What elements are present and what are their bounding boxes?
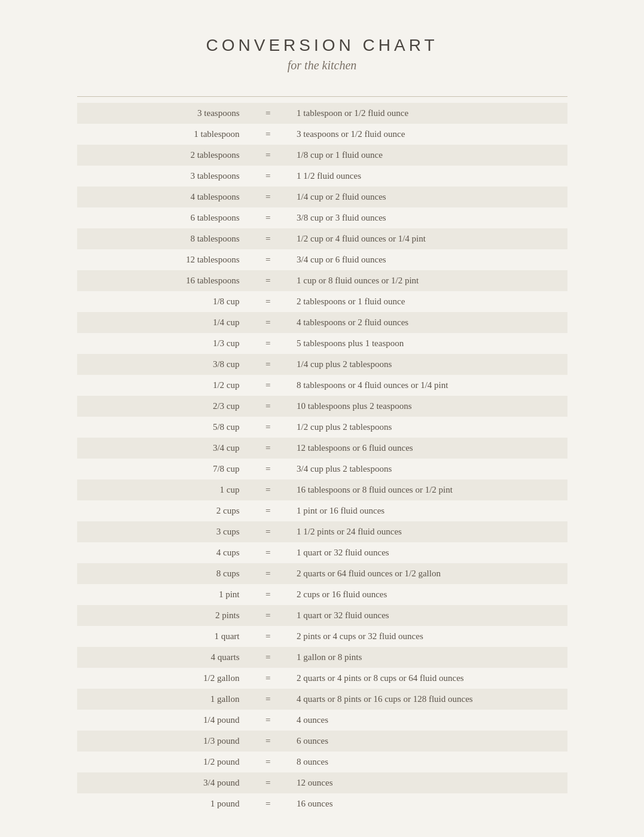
table-row: 3 teaspoons=1 tablespoon or 1/2 fluid ou…: [77, 103, 567, 124]
table-row: 12 tablespoons=3/4 cup or 6 fluid ounces: [77, 249, 567, 270]
cell-right: 4 quarts or 8 pints or 16 cups or 128 fl…: [288, 689, 567, 710]
cell-right: 6 ounces: [288, 731, 567, 752]
cell-left: 1/2 pound: [77, 752, 249, 772]
cell-equals: =: [249, 396, 288, 417]
cell-left: 3/4 pound: [77, 772, 249, 793]
table-row: 2/3 cup=10 tablespoons plus 2 teaspoons: [77, 396, 567, 417]
cell-left: 4 cups: [77, 542, 249, 563]
table-row: 3/8 cup=1/4 cup plus 2 tablespoons: [77, 354, 567, 375]
table-row: 3/4 pound=12 ounces: [77, 772, 567, 793]
cell-left: 4 quarts: [77, 647, 249, 668]
cell-right: 2 quarts or 64 fluid ounces or 1/2 gallo…: [288, 563, 567, 584]
cell-right: 1/4 cup or 2 fluid ounces: [288, 187, 567, 207]
table-row: 2 cups=1 pint or 16 fluid ounces: [77, 500, 567, 521]
table-row: 1 pound=16 ounces: [77, 793, 567, 814]
cell-equals: =: [249, 563, 288, 584]
cell-left: 3/8 cup: [77, 354, 249, 375]
cell-left: 1/4 pound: [77, 710, 249, 731]
cell-left: 3 cups: [77, 521, 249, 542]
cell-left: 5/8 cup: [77, 417, 249, 438]
cell-right: 2 tablespoons or 1 fluid ounce: [288, 291, 567, 312]
cell-equals: =: [249, 689, 288, 710]
cell-left: 4 tablespoons: [77, 187, 249, 207]
cell-right: 3/8 cup or 3 fluid ounces: [288, 207, 567, 228]
cell-equals: =: [249, 479, 288, 500]
cell-equals: =: [249, 731, 288, 752]
table-row: 5/8 cup=1/2 cup plus 2 tablespoons: [77, 417, 567, 438]
cell-equals: =: [249, 228, 288, 249]
cell-left: 1 tablespoon: [77, 124, 249, 145]
cell-left: 1/2 cup: [77, 375, 249, 396]
cell-left: 1/2 gallon: [77, 668, 249, 689]
cell-equals: =: [249, 584, 288, 605]
cell-left: 1 quart: [77, 626, 249, 647]
cell-right: 1 1/2 fluid ounces: [288, 166, 567, 187]
cell-left: 8 tablespoons: [77, 228, 249, 249]
header: CONVERSION CHART for the kitchen: [77, 36, 567, 72]
cell-left: 1 pound: [77, 793, 249, 814]
cell-equals: =: [249, 187, 288, 207]
table-row: 1/4 pound=4 ounces: [77, 710, 567, 731]
cell-equals: =: [249, 270, 288, 291]
cell-left: 1/4 cup: [77, 312, 249, 333]
table-row: 1 cup=16 tablespoons or 8 fluid ounces o…: [77, 479, 567, 500]
header-divider: [77, 96, 567, 97]
cell-right: 1/4 cup plus 2 tablespoons: [288, 354, 567, 375]
cell-right: 1 quart or 32 fluid ounces: [288, 605, 567, 626]
cell-right: 5 tablespoons plus 1 teaspoon: [288, 333, 567, 354]
cell-equals: =: [249, 500, 288, 521]
cell-left: 2 tablespoons: [77, 145, 249, 166]
cell-left: 1/8 cup: [77, 291, 249, 312]
cell-left: 3 teaspoons: [77, 103, 249, 124]
table-row: 3/4 cup=12 tablespoons or 6 fluid ounces: [77, 438, 567, 459]
cell-right: 10 tablespoons plus 2 teaspoons: [288, 396, 567, 417]
table-row: 16 tablespoons=1 cup or 8 fluid ounces o…: [77, 270, 567, 291]
table-row: 1/4 cup=4 tablespoons or 2 fluid ounces: [77, 312, 567, 333]
table-row: 7/8 cup=3/4 cup plus 2 tablespoons: [77, 459, 567, 479]
table-row: 1/2 gallon=2 quarts or 4 pints or 8 cups…: [77, 668, 567, 689]
cell-left: 2 cups: [77, 500, 249, 521]
cell-right: 1 tablespoon or 1/2 fluid ounce: [288, 103, 567, 124]
table-row: 1 pint=2 cups or 16 fluid ounces: [77, 584, 567, 605]
cell-left: 1 gallon: [77, 689, 249, 710]
cell-equals: =: [249, 772, 288, 793]
table-row: 1/2 cup=8 tablespoons or 4 fluid ounces …: [77, 375, 567, 396]
cell-right: 8 ounces: [288, 752, 567, 772]
cell-equals: =: [249, 710, 288, 731]
page-container: CONVERSION CHART for the kitchen 3 teasp…: [53, 0, 591, 837]
cell-right: 1/2 cup or 4 fluid ounces or 1/4 pint: [288, 228, 567, 249]
cell-right: 1 quart or 32 fluid ounces: [288, 542, 567, 563]
table-row: 2 tablespoons=1/8 cup or 1 fluid ounce: [77, 145, 567, 166]
cell-equals: =: [249, 521, 288, 542]
table-row: 4 quarts=1 gallon or 8 pints: [77, 647, 567, 668]
table-row: 6 tablespoons=3/8 cup or 3 fluid ounces: [77, 207, 567, 228]
cell-right: 2 quarts or 4 pints or 8 cups or 64 flui…: [288, 668, 567, 689]
cell-right: 1 gallon or 8 pints: [288, 647, 567, 668]
cell-right: 1 1/2 pints or 24 fluid ounces: [288, 521, 567, 542]
cell-equals: =: [249, 542, 288, 563]
table-row: 1 tablespoon=3 teaspoons or 1/2 fluid ou…: [77, 124, 567, 145]
table-row: 3 cups=1 1/2 pints or 24 fluid ounces: [77, 521, 567, 542]
cell-right: 4 ounces: [288, 710, 567, 731]
table-row: 1 quart=2 pints or 4 cups or 32 fluid ou…: [77, 626, 567, 647]
cell-left: 16 tablespoons: [77, 270, 249, 291]
cell-left: 3 tablespoons: [77, 166, 249, 187]
cell-equals: =: [249, 103, 288, 124]
cell-right: 3/4 cup or 6 fluid ounces: [288, 249, 567, 270]
table-row: 1/2 pound=8 ounces: [77, 752, 567, 772]
cell-equals: =: [249, 166, 288, 187]
cell-equals: =: [249, 375, 288, 396]
cell-right: 16 tablespoons or 8 fluid ounces or 1/2 …: [288, 479, 567, 500]
conversion-table: 3 teaspoons=1 tablespoon or 1/2 fluid ou…: [77, 103, 567, 814]
cell-equals: =: [249, 312, 288, 333]
cell-equals: =: [249, 752, 288, 772]
cell-left: 1/3 cup: [77, 333, 249, 354]
table-row: 8 tablespoons=1/2 cup or 4 fluid ounces …: [77, 228, 567, 249]
cell-equals: =: [249, 249, 288, 270]
cell-right: 16 ounces: [288, 793, 567, 814]
cell-right: 3 teaspoons or 1/2 fluid ounce: [288, 124, 567, 145]
cell-equals: =: [249, 207, 288, 228]
page-subtitle: for the kitchen: [77, 59, 567, 72]
page-title: CONVERSION CHART: [77, 36, 567, 55]
table-row: 4 cups=1 quart or 32 fluid ounces: [77, 542, 567, 563]
